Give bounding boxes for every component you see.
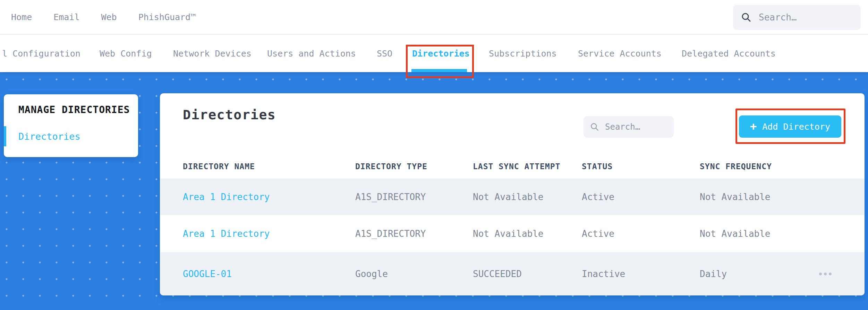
- last-sync-cell: SUCCEEDED: [473, 269, 522, 279]
- directory-type-cell: A1S_DIRECTORY: [355, 229, 426, 239]
- tab-directories[interactable]: Directories: [412, 35, 470, 72]
- directory-type-cell: Google: [355, 269, 388, 279]
- active-tab-underline: [411, 69, 467, 72]
- column-header-directory-type: DIRECTORY TYPE: [355, 162, 427, 171]
- last-sync-cell: Not Available: [473, 192, 544, 202]
- table-row[interactable]: Area 1 Directory A1S_DIRECTORY Not Avail…: [160, 215, 865, 252]
- tab-network-devices[interactable]: Network Devices: [173, 35, 252, 72]
- settings-tab-bar: l Configuration Web Config Network Devic…: [0, 35, 868, 72]
- tab-users-and-actions[interactable]: Users and Actions: [267, 35, 356, 72]
- tab-email-configuration[interactable]: l Configuration: [2, 35, 80, 72]
- table-row[interactable]: GOOGLE-01 Google SUCCEEDED Inactive Dail…: [160, 252, 865, 295]
- column-header-directory-name: DIRECTORY NAME: [183, 162, 255, 171]
- global-search-input[interactable]: [759, 12, 853, 23]
- search-icon: [590, 122, 599, 132]
- global-search[interactable]: [733, 5, 861, 30]
- tab-sso[interactable]: SSO: [377, 35, 392, 72]
- nav-item-home[interactable]: Home: [11, 12, 32, 22]
- manage-directories-panel: MANAGE DIRECTORIES Directories: [4, 94, 138, 157]
- plus-icon: +: [750, 121, 757, 132]
- row-actions-menu[interactable]: [816, 269, 835, 279]
- nav-item-web[interactable]: Web: [101, 12, 117, 22]
- table-row[interactable]: Area 1 Directory A1S_DIRECTORY Not Avail…: [160, 179, 865, 215]
- nav-item-phishguard[interactable]: PhishGuard™: [138, 12, 196, 22]
- column-header-sync-frequency: SYNC FREQUENCY: [700, 162, 772, 171]
- directories-search[interactable]: [584, 116, 674, 138]
- directories-search-input[interactable]: [605, 122, 667, 132]
- ellipsis-icon: [829, 273, 832, 275]
- panel-heading: MANAGE DIRECTORIES: [18, 104, 130, 115]
- directory-name-link[interactable]: GOOGLE-01: [183, 269, 232, 279]
- tab-delegated-accounts[interactable]: Delegated Accounts: [682, 35, 776, 72]
- sync-frequency-cell: Not Available: [700, 192, 771, 202]
- page-title: Directories: [183, 107, 276, 122]
- search-icon: [741, 12, 752, 23]
- top-navigation-bar: Home Email Web PhishGuard™: [0, 0, 868, 35]
- sidebar-item-directories[interactable]: Directories: [4, 126, 138, 146]
- page: Home Email Web PhishGuard™ l Configurati…: [0, 0, 868, 310]
- ellipsis-icon: [819, 273, 822, 275]
- tab-web-config[interactable]: Web Config: [100, 35, 152, 72]
- sync-frequency-cell: Not Available: [700, 229, 771, 239]
- directories-card: Directories + Add Directory DIRECTORY NA…: [160, 93, 865, 295]
- nav-item-email[interactable]: Email: [53, 12, 79, 22]
- sidebar-item-label: Directories: [18, 131, 80, 142]
- column-header-status: STATUS: [582, 162, 613, 171]
- directory-type-cell: A1S_DIRECTORY: [355, 192, 426, 202]
- directory-name-link[interactable]: Area 1 Directory: [183, 192, 270, 202]
- directory-name-link[interactable]: Area 1 Directory: [183, 229, 270, 239]
- last-sync-cell: Not Available: [473, 229, 544, 239]
- active-item-indicator: [4, 126, 6, 146]
- add-directory-label: Add Directory: [762, 122, 830, 132]
- status-cell: Inactive: [582, 269, 625, 279]
- table-header-row: DIRECTORY NAME DIRECTORY TYPE LAST SYNC …: [160, 154, 865, 179]
- status-cell: Active: [582, 192, 614, 202]
- ellipsis-icon: [824, 273, 827, 275]
- status-cell: Active: [582, 229, 614, 239]
- add-directory-button[interactable]: + Add Directory: [739, 115, 841, 138]
- tab-subscriptions[interactable]: Subscriptions: [489, 35, 557, 72]
- sync-frequency-cell: Daily: [700, 269, 727, 279]
- tab-service-accounts[interactable]: Service Accounts: [578, 35, 662, 72]
- column-header-last-sync-attempt: LAST SYNC ATTEMPT: [473, 162, 560, 171]
